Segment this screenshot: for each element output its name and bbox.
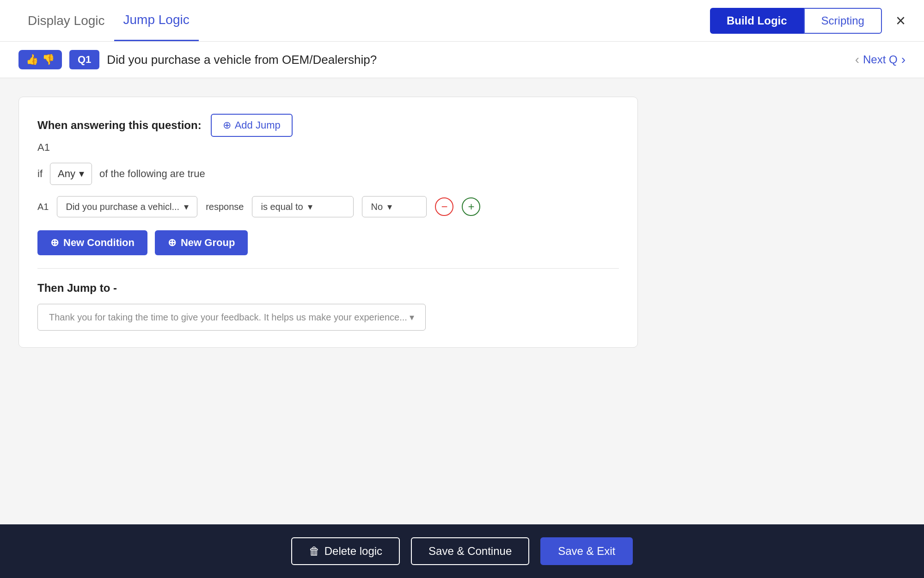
if-label: if	[37, 168, 43, 180]
new-condition-label: New Condition	[63, 237, 135, 249]
footer: 🗑 Delete logic Save & Continue Save & Ex…	[0, 524, 924, 578]
thumb-badge: 👍 👎	[18, 50, 62, 69]
question-bar: 👍 👎 Q1 Did you purchase a vehicle from O…	[0, 42, 924, 78]
add-condition-button[interactable]: +	[462, 197, 480, 216]
question-select-value: Did you purchase a vehicl...	[66, 202, 179, 212]
delete-logic-button[interactable]: 🗑 Delete logic	[291, 537, 400, 565]
remove-condition-button[interactable]: −	[435, 197, 453, 216]
close-button[interactable]: ×	[896, 12, 906, 29]
value-select[interactable]: No ▾	[362, 196, 427, 217]
trash-icon: 🗑	[309, 545, 320, 558]
value-chevron-icon: ▾	[387, 201, 392, 212]
condition-row: if Any ▾ of the following are true	[37, 163, 619, 185]
any-label: Any	[58, 168, 75, 180]
add-jump-label: Add Jump	[235, 119, 281, 131]
new-group-button[interactable]: ⊕ New Group	[155, 230, 248, 255]
question-select-chevron-icon: ▾	[184, 201, 189, 212]
next-chevron-icon[interactable]: ›	[901, 52, 906, 67]
save-exit-label: Save & Exit	[558, 545, 615, 557]
prev-chevron-icon[interactable]: ‹	[855, 52, 859, 67]
when-label: When answering this question:	[37, 119, 202, 132]
jump-to-placeholder: Thank you for taking the time to give yo…	[49, 312, 407, 323]
save-continue-button[interactable]: Save & Continue	[411, 537, 529, 565]
any-select[interactable]: Any ▾	[50, 163, 92, 185]
thumb-down-icon: 👎	[42, 54, 55, 66]
thumb-icon: 👍	[26, 54, 38, 66]
following-label: of the following are true	[99, 168, 205, 180]
delete-logic-label: Delete logic	[324, 545, 382, 558]
operator-select[interactable]: is equal to ▾	[252, 196, 354, 217]
build-logic-button[interactable]: Build Logic	[710, 8, 804, 34]
new-condition-plus-icon: ⊕	[50, 237, 59, 249]
divider	[37, 268, 619, 269]
next-q-label[interactable]: Next Q	[863, 53, 898, 66]
new-group-plus-icon: ⊕	[168, 237, 176, 249]
question-select[interactable]: Did you purchase a vehicl... ▾	[57, 196, 197, 217]
next-q-nav: ‹ Next Q ›	[855, 52, 906, 67]
filter-row: A1 Did you purchase a vehicl... ▾ respon…	[37, 196, 619, 217]
filter-a1-tag: A1	[37, 202, 49, 212]
main-content: When answering this question: ⊕ Add Jump…	[0, 78, 924, 524]
tab-display-logic[interactable]: Display Logic	[18, 0, 114, 41]
any-chevron-icon: ▾	[79, 168, 84, 180]
operator-select-value: is equal to	[261, 202, 303, 212]
value-select-value: No	[371, 202, 383, 212]
tab-jump-logic[interactable]: Jump Logic	[114, 0, 199, 41]
response-label: response	[206, 202, 244, 212]
answer-label: A1	[37, 141, 619, 154]
add-jump-button[interactable]: ⊕ Add Jump	[211, 114, 293, 137]
scripting-button[interactable]: Scripting	[804, 8, 882, 34]
logic-card: When answering this question: ⊕ Add Jump…	[18, 97, 638, 348]
operator-chevron-icon: ▾	[308, 201, 312, 212]
header-actions: Build Logic Scripting ×	[710, 8, 906, 34]
new-group-label: New Group	[181, 237, 235, 249]
jump-chevron-icon: ▾	[410, 312, 414, 323]
q-badge: Q1	[69, 50, 99, 69]
header: Display Logic Jump Logic Build Logic Scr…	[0, 0, 924, 42]
action-buttons: ⊕ New Condition ⊕ New Group	[37, 230, 619, 255]
then-label: Then Jump to -	[37, 282, 619, 295]
save-exit-button[interactable]: Save & Exit	[540, 537, 633, 565]
new-condition-button[interactable]: ⊕ New Condition	[37, 230, 147, 255]
save-continue-label: Save & Continue	[428, 545, 512, 558]
add-jump-plus-icon: ⊕	[223, 119, 231, 131]
when-row: When answering this question: ⊕ Add Jump	[37, 114, 619, 137]
jump-to-select[interactable]: Thank you for taking the time to give yo…	[37, 304, 426, 331]
question-text: Did you purchase a vehicle from OEM/Deal…	[107, 53, 847, 67]
